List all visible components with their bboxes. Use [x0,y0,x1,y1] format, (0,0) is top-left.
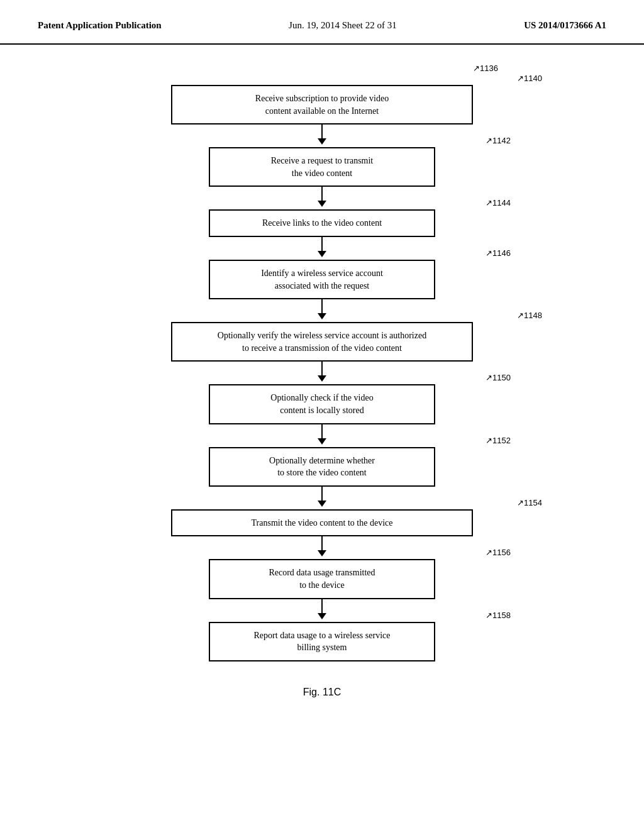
label-1152: ↗1152 [486,436,511,445]
flowchart-node-1144: Receive links to the video content [209,209,435,237]
header-left: Patent Application Publication [38,20,162,31]
arrow-4 [108,299,536,322]
node-wrapper-1142: ↗1142 Receive a request to transmitthe v… [108,147,536,187]
flowchart-node-1150: Optionally check if the videocontent is … [209,384,435,424]
label-1144: ↗1144 [486,198,511,208]
node-wrapper-1158: ↗1158 Report data usage to a wireless se… [108,622,536,661]
arrow-3 [108,237,536,260]
flowchart-node-1148: Optionally verify the wireless service a… [171,322,473,362]
page-header: Patent Application Publication Jun. 19, … [0,0,644,45]
figure-caption: Fig. 11C [303,687,341,698]
label-1136: ↗1136 [473,64,498,73]
arrow-5 [108,362,536,384]
node-wrapper-1146: ↗1146 Identify a wireless service accoun… [108,260,536,299]
flowchart: ↗1136 ↗1140 Receive subscription to prov… [108,64,536,661]
node-wrapper-1150: ↗1150 Optionally check if the videoconte… [108,384,536,424]
arrow-7 [108,487,536,509]
label-1140: ↗1140 [517,74,542,83]
node-wrapper-1148: ↗1148 Optionally verify the wireless ser… [108,322,536,362]
label-1146: ↗1146 [486,248,511,258]
node-wrapper-1144: ↗1144 Receive links to the video content [108,209,536,237]
arrow-6 [108,424,536,447]
flowchart-node-1142: Receive a request to transmitthe video c… [209,147,435,187]
header-right: US 2014/0173666 A1 [524,20,606,31]
arrow-9 [108,599,536,622]
flowchart-node-1154: Transmit the video content to the device [171,509,473,537]
flowchart-node-1146: Identify a wireless service accountassoc… [209,260,435,299]
flowchart-node-1156: Record data usage transmittedto the devi… [209,559,435,599]
flowchart-node-1158: Report data usage to a wireless serviceb… [209,622,435,661]
label-1156: ↗1156 [486,548,511,557]
label-1148: ↗1148 [517,311,542,320]
node-wrapper-1154: ↗1154 Transmit the video content to the … [108,509,536,537]
label-1158: ↗1158 [486,611,511,620]
node-wrapper-1156: ↗1156 Record data usage transmittedto th… [108,559,536,599]
flowchart-node-1140: Receive subscription to provide videocon… [171,85,473,124]
label-1150: ↗1150 [486,373,511,382]
label-1142: ↗1142 [486,136,511,145]
header-center: Jun. 19, 2014 Sheet 22 of 31 [289,20,397,31]
arrow-1 [108,124,536,147]
label-1154: ↗1154 [517,498,542,507]
node-wrapper-1152: ↗1152 Optionally determine whetherto sto… [108,447,536,487]
flowchart-node-1152: Optionally determine whetherto store the… [209,447,435,487]
node-wrapper-1140: ↗1140 Receive subscription to provide vi… [108,85,536,124]
diagram-area: ↗1136 ↗1140 Receive subscription to prov… [0,45,644,723]
arrow-8 [108,536,536,559]
arrow-2 [108,187,536,209]
